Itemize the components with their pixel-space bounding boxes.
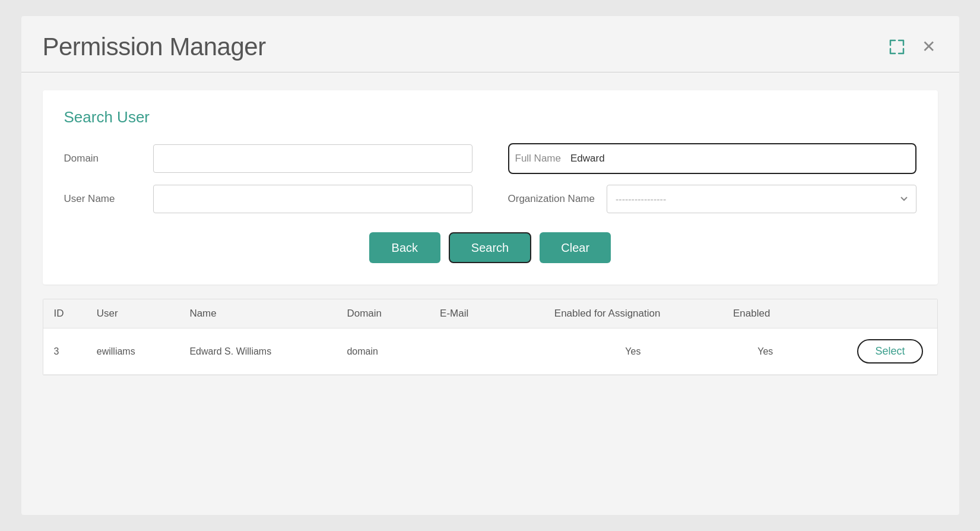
table-header-row: ID User Name Domain E-Mail Enabled for A… (43, 299, 937, 328)
modal-body: Search User Domain Full Name User Name (21, 72, 959, 393)
username-input[interactable] (153, 185, 472, 213)
search-card-title: Search User (64, 108, 916, 127)
fullname-label: Full Name (515, 153, 561, 165)
results-table: ID User Name Domain E-Mail Enabled for A… (43, 299, 937, 375)
permission-manager-modal: Permission Manager ✕ Search User Domai (21, 16, 959, 515)
orgname-label: Organization Name (508, 193, 595, 205)
back-button[interactable]: Back (369, 232, 440, 263)
orgname-select[interactable]: ---------------- (607, 185, 916, 213)
close-button[interactable]: ✕ (919, 36, 938, 58)
table-body: 3 ewilliams Edward S. Williams domain Ye… (43, 328, 937, 375)
close-icon: ✕ (922, 39, 935, 55)
modal-title: Permission Manager (43, 33, 266, 61)
table-row: 3 ewilliams Edward S. Williams domain Ye… (43, 328, 937, 375)
orgname-form-group: Organization Name ---------------- (508, 185, 916, 213)
domain-label: Domain (64, 153, 141, 165)
cell-assignation: Yes (544, 328, 722, 375)
domain-input[interactable] (153, 144, 472, 173)
search-button[interactable]: Search (449, 232, 531, 263)
col-email: E-Mail (429, 299, 544, 328)
cell-user: ewilliams (86, 328, 179, 375)
cell-id: 3 (43, 328, 86, 375)
username-label: User Name (64, 193, 141, 205)
cell-name: Edward S. Williams (179, 328, 336, 375)
cell-enabled: Yes (722, 328, 808, 375)
fullname-input[interactable] (570, 148, 909, 169)
username-form-group: User Name (64, 185, 472, 213)
col-assignation: Enabled for Assignation (544, 299, 722, 328)
cell-email (429, 328, 544, 375)
col-id: ID (43, 299, 86, 328)
col-enabled: Enabled (722, 299, 808, 328)
expand-icon (889, 39, 905, 55)
fullname-form-group: Full Name (508, 143, 916, 174)
col-domain: Domain (336, 299, 429, 328)
results-table-container: ID User Name Domain E-Mail Enabled for A… (43, 299, 938, 375)
modal-actions: ✕ (886, 36, 938, 58)
col-user: User (86, 299, 179, 328)
col-action (808, 299, 937, 328)
select-button[interactable]: Select (857, 339, 922, 364)
table-header: ID User Name Domain E-Mail Enabled for A… (43, 299, 937, 328)
expand-button[interactable] (886, 36, 908, 58)
col-name: Name (179, 299, 336, 328)
button-row: Back Search Clear (64, 232, 916, 263)
search-card: Search User Domain Full Name User Name (43, 90, 938, 285)
search-form-grid: Domain Full Name User Name (64, 143, 916, 213)
fullname-wrapper: Full Name (508, 143, 916, 174)
cell-domain: domain (336, 328, 429, 375)
cell-action: Select (808, 328, 937, 375)
modal-header: Permission Manager ✕ (21, 16, 959, 72)
clear-button[interactable]: Clear (540, 232, 611, 263)
domain-form-group: Domain (64, 143, 472, 174)
